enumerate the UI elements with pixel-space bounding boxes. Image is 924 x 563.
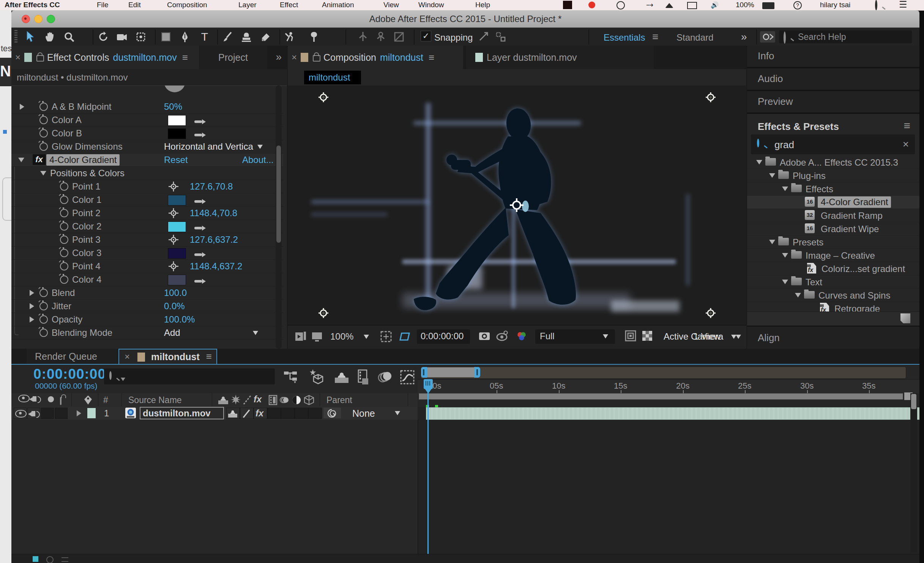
- collapse-icon[interactable]: [782, 280, 788, 284]
- menu-app[interactable]: After Effects CC: [5, 1, 60, 9]
- pen-tool[interactable]: [177, 29, 193, 44]
- show-snapshot-icon[interactable]: [496, 330, 509, 344]
- effect-point-icon[interactable]: [169, 182, 178, 191]
- menu-layer[interactable]: Layer: [238, 1, 257, 9]
- close-icon[interactable]: ×: [125, 351, 130, 362]
- stopwatch-icon[interactable]: [60, 209, 68, 217]
- navigator-end-handle[interactable]: [474, 367, 480, 378]
- panel-align-label[interactable]: Align: [758, 332, 780, 344]
- effect-point-4-marker[interactable]: [706, 308, 716, 318]
- snapping-checkbox[interactable]: ✓: [421, 31, 431, 41]
- bottom-toggle-icon[interactable]: [46, 556, 54, 563]
- tree-label[interactable]: Presets: [793, 237, 823, 248]
- panel-audio-label[interactable]: Audio: [758, 73, 783, 85]
- battery-icon[interactable]: [762, 2, 774, 9]
- tab-clip-name[interactable]: dustmilton.mov: [113, 52, 177, 63]
- view-axis-mode-button[interactable]: [391, 29, 407, 44]
- effect-point-icon[interactable]: [169, 208, 178, 218]
- resolution-value[interactable]: Full: [540, 331, 555, 342]
- draft-3d-icon[interactable]: [308, 368, 325, 387]
- timeline-scrollbar[interactable]: [910, 393, 917, 553]
- tab-label[interactable]: miltondust: [151, 351, 200, 362]
- layer-duration-bar[interactable]: [426, 407, 919, 420]
- layer-name[interactable]: dustmilton.mov: [143, 408, 211, 419]
- display-icon[interactable]: [687, 2, 697, 9]
- tree-row-colorize-gradient[interactable]: Coloriz...set gradient: [747, 262, 919, 275]
- rotation-tool[interactable]: [96, 29, 112, 44]
- wifi-icon[interactable]: [665, 3, 673, 8]
- collapse-icon[interactable]: [769, 173, 775, 178]
- timeline-search-well[interactable]: [104, 368, 275, 384]
- help-status-icon[interactable]: ?: [793, 1, 802, 9]
- stopwatch-icon[interactable]: [60, 236, 68, 244]
- source-name-column[interactable]: Source Name: [128, 395, 182, 405]
- roto-brush-tool[interactable]: [282, 29, 298, 44]
- menu-file[interactable]: File: [97, 1, 109, 9]
- panel-align[interactable]: Align: [747, 327, 919, 349]
- search-options-caret[interactable]: [121, 378, 125, 381]
- panel-audio[interactable]: Audio: [747, 68, 919, 90]
- tree-label[interactable]: Plug-ins: [793, 171, 826, 181]
- effect-point-icon[interactable]: [169, 261, 178, 271]
- stopwatch-icon[interactable]: [60, 262, 68, 270]
- parent-value[interactable]: None: [352, 408, 375, 419]
- eyedropper-icon[interactable]: [193, 196, 207, 207]
- tree-row-gradient-ramp[interactable]: 32 Gradient Ramp: [747, 209, 919, 222]
- eyedropper-icon[interactable]: [193, 130, 207, 141]
- fast-previews-icon[interactable]: [625, 330, 636, 344]
- menu-composition[interactable]: Composition: [167, 1, 207, 9]
- group-label[interactable]: Positions & Colors: [50, 168, 125, 179]
- effects-presets-title[interactable]: Effects & Presets: [758, 121, 839, 133]
- frame-blending-icon[interactable]: [356, 369, 371, 387]
- time-ruler[interactable]: 00s 05s 10s 15s 20s 25s 30s 35s: [418, 379, 919, 394]
- stopwatch-icon[interactable]: [39, 142, 48, 151]
- zoom-level-dropdown[interactable]: 100%: [330, 331, 353, 342]
- selection-tool[interactable]: [22, 29, 38, 44]
- scrollbar-thumb[interactable]: [911, 394, 916, 409]
- param-value[interactable]: 1148.4,70.8: [190, 208, 237, 218]
- navigator-start-handle[interactable]: [421, 367, 427, 378]
- region-of-interest-icon[interactable]: [399, 331, 411, 345]
- tab-render-queue[interactable]: Render Queue: [27, 349, 118, 364]
- menu-edit[interactable]: Edit: [128, 1, 141, 9]
- camera-tool[interactable]: [114, 29, 130, 44]
- world-axis-mode-button[interactable]: [373, 29, 389, 44]
- snap-option-1-icon[interactable]: [475, 29, 491, 44]
- layer-expand-icon[interactable]: [77, 410, 81, 416]
- tree-row-plugins[interactable]: Plug-ins: [747, 169, 919, 182]
- tree-label[interactable]: Effects: [806, 184, 833, 195]
- collapse-icon[interactable]: [769, 240, 775, 244]
- color4-swatch[interactable]: [168, 275, 186, 285]
- stopwatch-icon[interactable]: [60, 222, 68, 231]
- eyedropper-icon[interactable]: [193, 250, 207, 260]
- tab-composition[interactable]: × Composition miltondust: [288, 46, 463, 69]
- zoom-tool[interactable]: [61, 29, 77, 44]
- effects-search-input[interactable]: grad: [774, 139, 794, 151]
- current-timecode[interactable]: 0:00:00:00: [33, 366, 106, 382]
- layer-3d-switch[interactable]: [308, 408, 322, 419]
- parent-dropdown[interactable]: None: [342, 406, 408, 419]
- menu-animation[interactable]: Animation: [322, 1, 354, 9]
- time-machine-icon[interactable]: [617, 1, 625, 9]
- menu-help[interactable]: Help: [475, 1, 490, 9]
- menu-view[interactable]: View: [383, 1, 399, 9]
- collapse-icon[interactable]: [795, 293, 801, 297]
- effect-controls-scrollbar[interactable]: [276, 85, 282, 349]
- eraser-tool[interactable]: [257, 29, 273, 44]
- layer-solo-toggle[interactable]: [41, 408, 54, 419]
- comp-frame[interactable]: [289, 88, 746, 323]
- panel-menu-icon[interactable]: [206, 351, 212, 362]
- stopwatch-icon[interactable]: [39, 116, 48, 124]
- navigator-zoom-region[interactable]: [423, 367, 475, 377]
- param-value[interactable]: 1148.4,637.2: [190, 261, 242, 272]
- resolution-dropdown[interactable]: Full: [535, 329, 615, 344]
- workspace-menu-icon[interactable]: [652, 31, 658, 43]
- motion-blur-icon[interactable]: [377, 370, 393, 386]
- rectangle-tool[interactable]: [158, 29, 174, 44]
- comp-timecode-well[interactable]: 0:00:00:00: [417, 329, 470, 344]
- screen-mode-icon[interactable]: [311, 331, 323, 345]
- record-status-icon[interactable]: [588, 2, 595, 8]
- layer-audio-toggle[interactable]: [27, 408, 40, 419]
- param-value[interactable]: 127.6,70.8: [190, 181, 233, 192]
- snapping-label[interactable]: Snapping: [434, 32, 473, 43]
